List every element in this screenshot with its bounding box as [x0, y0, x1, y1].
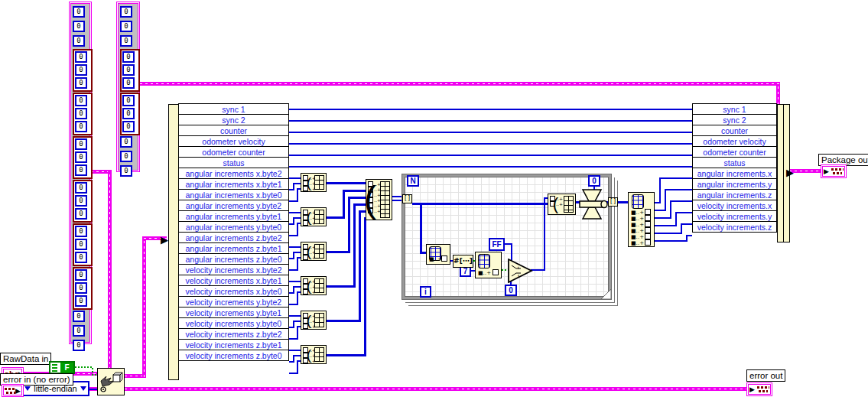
index-array-node[interactable]: ■‥+: [426, 244, 450, 265]
ff-constant[interactable]: FF: [489, 238, 505, 251]
index-array-6out-node[interactable]: ■‥+■‥+■‥+■‥+■‥+■‥+: [628, 192, 655, 247]
build-array-signextend[interactable]: ‥+‥+(: [548, 194, 576, 215]
nested-cluster[interactable]: 000: [120, 93, 140, 135]
bundle-field-row[interactable]: angular increments.x: [692, 168, 777, 179]
build-array-3byte-2[interactable]: ‥+‥+‥+(: [301, 242, 327, 261]
cluster-element[interactable]: 0: [75, 164, 87, 176]
bundle-field-row[interactable]: velocity increments.y: [692, 210, 777, 222]
cluster-element[interactable]: 0: [75, 121, 87, 132]
bundle-field-row[interactable]: velocity increments.z: [692, 221, 777, 233]
cluster-element[interactable]: 0: [73, 35, 89, 49]
cluster-element[interactable]: 0: [75, 239, 87, 250]
unbundle-field-row[interactable]: angular increments z.byte0: [178, 253, 289, 265]
cluster-element[interactable]: 0: [75, 151, 87, 163]
unbundle-field-row[interactable]: velocity increments x.byte2: [178, 264, 289, 275]
unbundle-field-row[interactable]: angular increments x.byte2: [178, 168, 289, 179]
cluster-element[interactable]: 0: [120, 21, 138, 34]
cluster-element[interactable]: 0: [75, 95, 87, 106]
unbundle-field-row[interactable]: velocity increments y.byte0: [178, 317, 289, 329]
cluster-element[interactable]: 0: [75, 108, 87, 119]
cluster-element[interactable]: 0: [122, 108, 135, 119]
zero-constant-select[interactable]: 0: [505, 285, 517, 296]
bundle-field-row[interactable]: angular increments.z: [692, 189, 777, 200]
loop-count-terminal[interactable]: N: [407, 175, 419, 187]
build-array-3byte-0[interactable]: ‥+‥+‥+(: [301, 173, 327, 192]
build-array-3byte-1[interactable]: ‥+‥+‥+(: [301, 207, 327, 226]
nested-cluster[interactable]: 000: [120, 49, 140, 92]
bundle-field-row[interactable]: velocity increments.x: [692, 200, 777, 211]
nested-cluster[interactable]: 000: [73, 93, 93, 135]
build-array-3byte-3[interactable]: ‥+‥+‥+(: [301, 276, 327, 295]
unbundle-field-row[interactable]: angular increments z.byte1: [178, 242, 289, 254]
unflatten-from-string-node[interactable]: [97, 368, 125, 395]
error-out-label[interactable]: error out: [746, 369, 785, 382]
nested-cluster[interactable]: 000: [73, 49, 93, 92]
cluster-element[interactable]: 0: [73, 21, 89, 34]
unbundle-field-row[interactable]: odometer velocity: [178, 135, 289, 147]
build-array-3byte-4[interactable]: ‥+‥+‥+(: [301, 311, 327, 330]
raw-type-cluster-constant[interactable]: 000000000000000000000000: [69, 2, 92, 344]
cluster-element[interactable]: 0: [122, 121, 135, 132]
cluster-element[interactable]: 0: [73, 6, 89, 20]
cluster-element[interactable]: 0: [73, 340, 89, 353]
unbundle-field-row[interactable]: angular increments y.byte2: [178, 200, 289, 211]
index-array-bit7-node[interactable]: ■‥+: [475, 252, 502, 278]
cluster-element[interactable]: 0: [75, 269, 87, 281]
ring-dropdown-icon[interactable]: [80, 386, 86, 391]
cluster-element[interactable]: 0: [120, 165, 138, 179]
package-out-terminal[interactable]: ▶: [821, 164, 847, 178]
number-to-boolean-array-node[interactable]: #[⋯]: [453, 255, 473, 268]
cluster-element[interactable]: 0: [73, 311, 89, 324]
unbundle-field-row[interactable]: velocity increments x.byte0: [178, 285, 289, 297]
cluster-element[interactable]: 0: [73, 325, 89, 339]
unbundle-field-row[interactable]: velocity increments z.byte1: [178, 339, 289, 350]
cluster-element[interactable]: 0: [75, 195, 87, 207]
cluster-element[interactable]: 0: [120, 35, 138, 49]
package-type-cluster-constant[interactable]: 000000000000: [116, 2, 140, 172]
cluster-element[interactable]: 0: [75, 252, 87, 263]
unbundle-field-row[interactable]: status: [178, 157, 289, 168]
unbundle-field-row[interactable]: velocity increments y.byte1: [178, 307, 289, 318]
rawdata-in-label[interactable]: RawData in: [0, 353, 51, 365]
unbundle-field-row[interactable]: sync 2: [178, 114, 289, 125]
nested-cluster[interactable]: 000: [73, 180, 93, 223]
unbundle-field-row[interactable]: velocity increments y.byte2: [178, 296, 289, 308]
unbundle-field-row[interactable]: counter: [178, 125, 289, 136]
cluster-element[interactable]: 0: [122, 64, 135, 76]
cluster-element[interactable]: 0: [122, 51, 135, 63]
build-array-6rows[interactable]: ‥+‥+‥+‥+‥+‥+(: [366, 179, 392, 220]
unbundle-field-row[interactable]: angular increments x.byte1: [178, 178, 289, 190]
cluster-element[interactable]: 0: [75, 51, 87, 63]
build-array-3byte-5[interactable]: ‥+‥+‥+(: [301, 345, 327, 364]
nested-cluster[interactable]: 000: [73, 136, 93, 179]
loop-input-tunnel[interactable]: []: [402, 194, 412, 203]
unbundle-field-row[interactable]: velocity increments z.byte0: [178, 350, 289, 361]
unbundle-field-row[interactable]: odometer counter: [178, 146, 289, 158]
cluster-element[interactable]: 0: [75, 64, 87, 76]
cluster-element[interactable]: 0: [120, 6, 138, 20]
cluster-element[interactable]: 0: [75, 77, 87, 89]
cluster-element[interactable]: 0: [75, 295, 87, 307]
bundle-field-row[interactable]: odometer velocity: [692, 135, 777, 147]
nested-cluster[interactable]: 000: [73, 223, 93, 266]
bundle-field-row[interactable]: angular increments.y: [692, 178, 777, 190]
cluster-element[interactable]: 0: [75, 182, 87, 194]
cluster-element[interactable]: 0: [120, 151, 138, 164]
bundle-field-row[interactable]: odometer counter: [692, 146, 777, 158]
cluster-element[interactable]: 0: [122, 95, 135, 106]
loop-output-tunnel[interactable]: []: [608, 197, 618, 207]
unbundle-field-row[interactable]: angular increments y.byte1: [178, 210, 289, 222]
nested-cluster[interactable]: 000: [73, 267, 93, 310]
bundle-field-row[interactable]: status: [692, 157, 777, 168]
false-boolean-constant[interactable]: F: [49, 361, 75, 374]
cluster-element[interactable]: 0: [75, 138, 87, 150]
zero-constant-typecast[interactable]: 0: [588, 175, 600, 187]
unbundle-field-row[interactable]: angular increments y.byte0: [178, 221, 289, 233]
cluster-element[interactable]: 0: [75, 208, 87, 220]
unbundle-field-row[interactable]: velocity increments z.byte2: [178, 328, 289, 340]
bundle-field-row[interactable]: sync 2: [692, 114, 777, 125]
cluster-element[interactable]: 0: [120, 136, 138, 150]
cluster-element[interactable]: 0: [122, 77, 135, 89]
unbundle-field-row[interactable]: sync 1: [178, 103, 289, 115]
cluster-element[interactable]: 0: [75, 282, 87, 294]
